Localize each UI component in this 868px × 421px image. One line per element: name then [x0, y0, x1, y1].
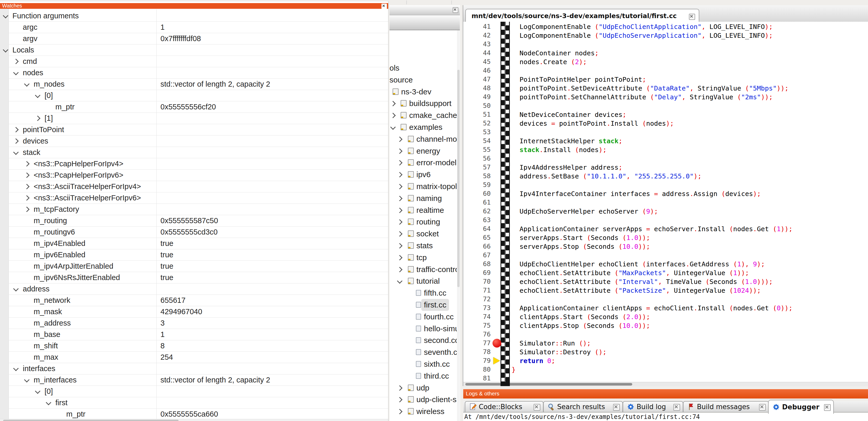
- logs-tab-search-results[interactable]: Search results: [543, 401, 623, 412]
- editor-tab-close-button[interactable]: [689, 14, 695, 20]
- watch-row[interactable]: cmd: [0, 56, 388, 67]
- tree-item[interactable]: ipv6: [390, 169, 457, 181]
- logs-caption[interactable]: Logs & others: [463, 389, 868, 398]
- watches-titlebar[interactable]: Watches: [0, 3, 388, 9]
- tree-item[interactable]: fourth.cc: [390, 311, 457, 323]
- watch-row[interactable]: <ns3::PcapHelperForIpv4>: [0, 158, 388, 170]
- expander-collapsed-icon[interactable]: [397, 409, 402, 414]
- tree-vertical-scrollbar[interactable]: [457, 30, 460, 421]
- expander-collapsed-icon[interactable]: [24, 184, 30, 189]
- logs-tab-debugger[interactable]: Debugger: [768, 400, 834, 414]
- tree-item[interactable]: traffic-control: [390, 263, 457, 276]
- scrollbar-thumb[interactable]: [457, 70, 460, 287]
- tree-item[interactable]: matrix-topology: [390, 181, 457, 192]
- tree-item[interactable]: udp: [390, 382, 457, 394]
- watch-row[interactable]: m_ipv6NsRsJitterEnabledtrue: [0, 272, 388, 284]
- expander-collapsed-icon[interactable]: [24, 172, 30, 178]
- expander-expanded-icon[interactable]: [13, 150, 19, 155]
- tree-item[interactable]: first.cc: [390, 299, 457, 311]
- expander-collapsed-icon[interactable]: [397, 196, 402, 201]
- watch-row[interactable]: m_ipv4ArpJitterEnabledtrue: [0, 261, 388, 272]
- tab-close-button[interactable]: [673, 404, 680, 411]
- watch-row[interactable]: nodes: [0, 67, 388, 78]
- expander-collapsed-icon[interactable]: [13, 59, 19, 64]
- tree-item[interactable]: tcp: [390, 252, 457, 263]
- expander-expanded-icon[interactable]: [24, 377, 30, 383]
- management-caption[interactable]: [390, 5, 460, 15]
- watch-row[interactable]: m_base1: [0, 329, 388, 340]
- tree-item[interactable]: fifth.cc: [390, 287, 457, 299]
- watch-row[interactable]: m_ipv4Enabledtrue: [0, 238, 388, 249]
- tree-item[interactable]: socket: [390, 228, 457, 240]
- tree-item[interactable]: seventh.cc: [390, 346, 457, 358]
- tree-item[interactable]: wireless: [390, 406, 457, 417]
- tree-item[interactable]: udp-client-server: [390, 394, 457, 406]
- expander-collapsed-icon[interactable]: [24, 161, 30, 166]
- tab-close-button[interactable]: [613, 404, 620, 411]
- expander-collapsed-icon[interactable]: [397, 172, 402, 177]
- tree-item[interactable]: buildsupport: [390, 97, 457, 109]
- expander-collapsed-icon[interactable]: [397, 219, 402, 225]
- expander-collapsed-icon[interactable]: [397, 160, 402, 165]
- watch-row[interactable]: m_nodesstd::vector of length 2, capacity…: [0, 78, 388, 90]
- watch-row[interactable]: stack: [0, 147, 388, 158]
- expander-collapsed-icon[interactable]: [24, 206, 30, 212]
- expander-expanded-icon[interactable]: [3, 13, 8, 19]
- tree-item[interactable]: source: [390, 74, 457, 86]
- watch-row[interactable]: m_routing0x555555587c50: [0, 215, 388, 227]
- watch-row[interactable]: address: [0, 284, 388, 295]
- expander-collapsed-icon[interactable]: [397, 243, 402, 249]
- editor-tab-first-cc[interactable]: mnt/dev/tools/source/ns-3-dev/examples/t…: [465, 9, 699, 22]
- watch-row[interactable]: interfaces: [0, 363, 388, 375]
- watch-row[interactable]: <ns3::AsciiTraceHelperForIpv6>: [0, 192, 388, 204]
- expander-expanded-icon[interactable]: [13, 70, 19, 75]
- tab-close-button[interactable]: [759, 404, 766, 411]
- watch-row[interactable]: pointToPoint: [0, 124, 388, 135]
- breakpoint-icon[interactable]: [493, 339, 501, 348]
- tree-item[interactable]: sixth.cc: [390, 358, 457, 370]
- watch-row[interactable]: argv0x7fffffffdf08: [0, 33, 388, 44]
- watch-row[interactable]: m_max254: [0, 352, 388, 363]
- watch-row[interactable]: <ns3::AsciiTraceHelperForIpv4>: [0, 181, 388, 192]
- watch-row[interactable]: m_routingv60x5555555cd3c0: [0, 227, 388, 238]
- watch-row[interactable]: argc1: [0, 22, 388, 33]
- logs-tab-build-log[interactable]: Build log: [623, 401, 683, 412]
- watch-row[interactable]: [0]: [0, 386, 388, 397]
- expander-expanded-icon[interactable]: [13, 366, 19, 371]
- tree-item[interactable]: energy: [390, 145, 457, 157]
- watch-row[interactable]: [0]: [0, 90, 388, 101]
- scrollbar-thumb[interactable]: [3, 420, 179, 421]
- watches-horizontal-scrollbar[interactable]: [0, 419, 388, 421]
- watches-close-button[interactable]: [381, 4, 387, 9]
- expander-collapsed-icon[interactable]: [397, 255, 402, 260]
- watch-row[interactable]: m_ipv6Enabledtrue: [0, 249, 388, 261]
- tree-item[interactable]: second.cc: [390, 334, 457, 346]
- tree-item[interactable]: examples: [390, 121, 457, 133]
- tree-item[interactable]: hello-simulator.cc: [390, 323, 457, 335]
- watch-row[interactable]: <ns3::PcapHelperForIpv6>: [0, 170, 388, 181]
- watch-row[interactable]: first: [0, 397, 388, 409]
- tree-item[interactable]: ns-3-dev: [390, 86, 457, 98]
- expander-collapsed-icon[interactable]: [397, 149, 402, 154]
- tree-item[interactable]: routing: [390, 216, 457, 228]
- expander-collapsed-icon[interactable]: [390, 113, 396, 118]
- expander-collapsed-icon[interactable]: [397, 184, 402, 189]
- tab-close-button[interactable]: [824, 404, 831, 411]
- expander-collapsed-icon[interactable]: [397, 397, 402, 402]
- expander-expanded-icon[interactable]: [3, 47, 8, 53]
- watch-row[interactable]: Function arguments: [0, 10, 388, 22]
- expander-expanded-icon[interactable]: [35, 93, 40, 98]
- logs-tab-code-blocks[interactable]: Code::Blocks: [465, 401, 544, 412]
- expander-collapsed-icon[interactable]: [397, 208, 402, 213]
- watch-row[interactable]: m_interfacesstd::vector of length 2, cap…: [0, 375, 388, 386]
- tree-item[interactable]: ols: [390, 62, 457, 74]
- tree-item[interactable]: cmake_cache: [390, 109, 457, 121]
- expander-collapsed-icon[interactable]: [35, 116, 40, 121]
- tree-item[interactable]: tutorial: [390, 275, 457, 287]
- expander-expanded-icon[interactable]: [390, 124, 396, 130]
- tree-item[interactable]: stats: [390, 240, 457, 252]
- watch-row[interactable]: devices: [0, 135, 388, 147]
- management-close-button[interactable]: [453, 7, 458, 13]
- tree-item[interactable]: realtime: [390, 204, 457, 216]
- expander-expanded-icon[interactable]: [13, 286, 19, 291]
